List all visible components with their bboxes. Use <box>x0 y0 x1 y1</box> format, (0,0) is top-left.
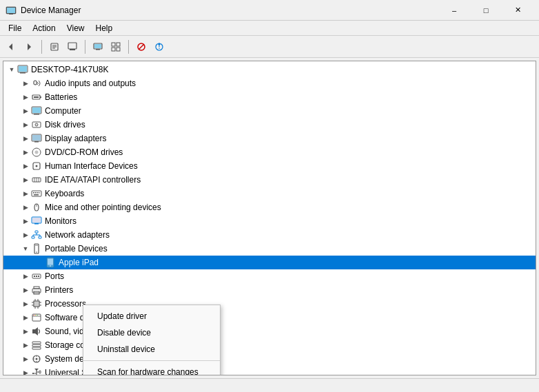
tree-item-portable[interactable]: ▼ Portable Devices <box>3 242 536 256</box>
svg-rect-94 <box>32 329 35 333</box>
toolbar-expand[interactable] <box>108 39 124 55</box>
svg-point-67 <box>36 251 37 253</box>
expander-hid[interactable]: ▶ <box>20 161 31 172</box>
label-printers: Printers <box>45 285 73 295</box>
svg-point-22 <box>159 48 160 49</box>
expander-software[interactable]: ▶ <box>20 312 31 323</box>
label-network: Network adapters <box>45 230 110 240</box>
label-dvd: DVD/CD-ROM drives <box>45 147 123 157</box>
toolbar-properties[interactable] <box>46 39 63 55</box>
tree-root[interactable]: ▼ DESKTOP-41K7U8K <box>3 63 536 76</box>
tree-item-ide[interactable]: ▶ IDE ATA/ATAPI controllers <box>3 173 536 187</box>
expander-system[interactable]: ▶ <box>20 353 31 364</box>
tree-item-hid[interactable]: ▶ Human Interface Devices <box>3 159 536 173</box>
svg-line-19 <box>139 44 144 50</box>
svg-rect-16 <box>112 48 115 51</box>
tree-item-disk[interactable]: ▶ Disk drives <box>3 118 536 132</box>
tree-item-keyboards[interactable]: ▶ Keyboards <box>3 187 536 200</box>
svg-rect-97 <box>32 344 41 347</box>
svg-rect-38 <box>32 135 41 141</box>
maximize-button[interactable]: □ <box>470 0 502 21</box>
toolbar-scan[interactable] <box>151 39 167 55</box>
status-bar <box>0 378 539 392</box>
svg-rect-10 <box>70 49 75 50</box>
expander-display[interactable]: ▶ <box>20 133 31 144</box>
toolbar-back[interactable] <box>3 39 19 55</box>
svg-rect-1 <box>7 8 15 13</box>
expander-batteries[interactable]: ▶ <box>20 92 31 103</box>
svg-rect-61 <box>39 236 41 238</box>
expander-computer[interactable]: ▶ <box>20 105 31 116</box>
expander-processors[interactable]: ▶ <box>20 298 31 309</box>
expander-usb[interactable]: ▶ <box>20 367 31 375</box>
expander-portable[interactable]: ▼ <box>20 243 31 254</box>
ctx-uninstall-device[interactable]: Uninstall device <box>83 341 220 358</box>
toolbar-disable[interactable] <box>133 39 150 55</box>
expander-dvd[interactable]: ▶ <box>20 147 31 158</box>
svg-rect-17 <box>116 48 120 51</box>
label-batteries: Batteries <box>45 92 77 102</box>
svg-rect-26 <box>20 72 26 74</box>
expander-keyboards[interactable]: ▶ <box>20 188 31 199</box>
svg-rect-12 <box>94 44 101 48</box>
svg-point-44 <box>36 165 38 167</box>
svg-rect-27 <box>34 81 37 85</box>
svg-marker-4 <box>28 43 31 50</box>
tree-item-mice[interactable]: ▶ Mice and other pointing devices <box>3 200 536 214</box>
svg-rect-51 <box>35 192 37 194</box>
menu-view[interactable]: View <box>61 22 90 34</box>
menu-action[interactable]: Action <box>27 22 61 34</box>
expander-mice[interactable]: ▶ <box>20 202 31 213</box>
expander-monitors[interactable]: ▶ <box>20 216 31 227</box>
menu-help[interactable]: Help <box>90 22 119 34</box>
tree-item-audio[interactable]: ▶ Audio inputs and outputs <box>3 76 536 90</box>
expander-apple-ipad <box>34 257 45 268</box>
ctx-disable-device[interactable]: Disable device <box>83 324 220 341</box>
toolbar-update[interactable] <box>64 39 81 55</box>
expander-printers[interactable]: ▶ <box>20 285 31 296</box>
window-controls: – □ ✕ <box>438 0 533 21</box>
ctx-update-driver[interactable]: Update driver <box>83 308 220 324</box>
icon-storage <box>31 340 42 351</box>
svg-point-42 <box>36 152 37 152</box>
svg-rect-60 <box>32 236 34 238</box>
tree-item-dvd[interactable]: ▶ DVD/CD-ROM drives <box>3 145 536 159</box>
tree-item-printers[interactable]: ▶ Printers <box>3 283 536 297</box>
icon-audio <box>31 78 42 89</box>
expander-disk[interactable]: ▶ <box>20 119 31 130</box>
tree-item-batteries[interactable]: ▶ Batteries <box>3 90 536 104</box>
svg-point-36 <box>37 125 37 125</box>
close-button[interactable]: ✕ <box>502 0 533 21</box>
tree-item-display[interactable]: ▶ Display adapters <box>3 132 536 145</box>
tree-item-ports[interactable]: ▶ Ports <box>3 269 536 283</box>
icon-system <box>31 353 42 364</box>
svg-rect-59 <box>35 231 38 233</box>
tree-item-apple-ipad[interactable]: Apple iPad <box>3 256 536 269</box>
menu-file[interactable]: File <box>3 22 27 34</box>
tree-item-monitors[interactable]: ▶ Monitors <box>3 214 536 228</box>
ctx-scan-hardware[interactable]: Scan for hardware changes <box>83 364 220 375</box>
expander-sound[interactable]: ▶ <box>20 326 31 337</box>
svg-rect-54 <box>34 194 39 196</box>
root-expander[interactable]: ▼ <box>6 64 17 75</box>
label-disk: Disk drives <box>45 120 85 130</box>
tree-item-network[interactable]: ▶ Network adapters <box>3 228 536 242</box>
expander-ide[interactable]: ▶ <box>20 174 31 185</box>
toolbar-computer[interactable] <box>90 39 106 55</box>
expander-ports[interactable]: ▶ <box>20 271 31 282</box>
expander-audio[interactable]: ▶ <box>20 78 31 89</box>
tree-item-computer[interactable]: ▶ Computer <box>3 104 536 118</box>
svg-rect-52 <box>37 192 39 194</box>
expander-network[interactable]: ▶ <box>20 229 31 240</box>
toolbar-sep-3 <box>128 40 129 54</box>
expander-storage[interactable]: ▶ <box>20 340 31 351</box>
svg-rect-29 <box>40 96 41 98</box>
context-menu: Update driverDisable deviceUninstall dev… <box>83 305 221 375</box>
minimize-button[interactable]: – <box>438 0 470 21</box>
icon-software <box>31 312 42 323</box>
toolbar-sep-1 <box>41 40 42 54</box>
icon-keyboards <box>31 188 42 199</box>
label-computer: Computer <box>45 106 81 116</box>
svg-marker-106 <box>34 369 39 371</box>
toolbar-forward[interactable] <box>21 39 37 55</box>
